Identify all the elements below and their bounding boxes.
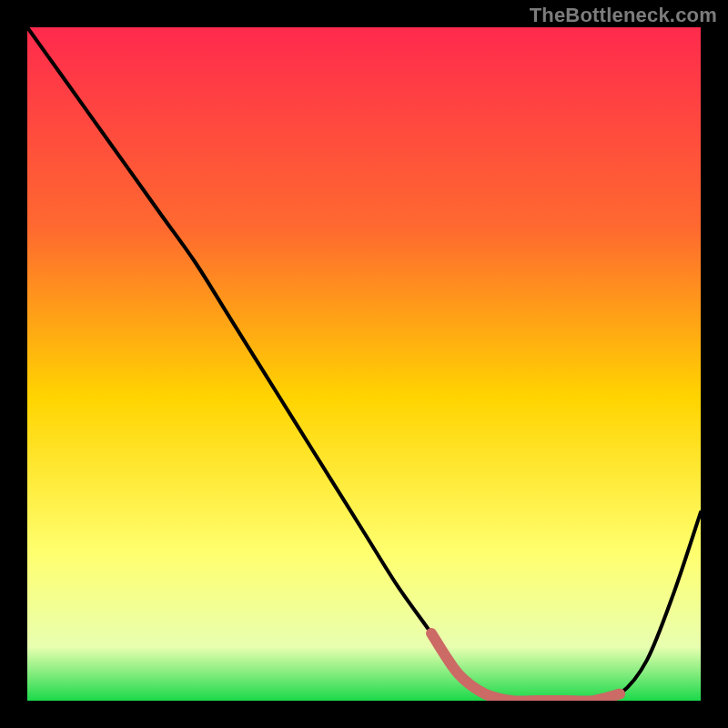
bottleneck-plot <box>27 27 701 701</box>
plot-background <box>27 27 701 701</box>
chart-frame: TheBottleneck.com <box>0 0 728 728</box>
watermark-text: TheBottleneck.com <box>530 4 717 27</box>
